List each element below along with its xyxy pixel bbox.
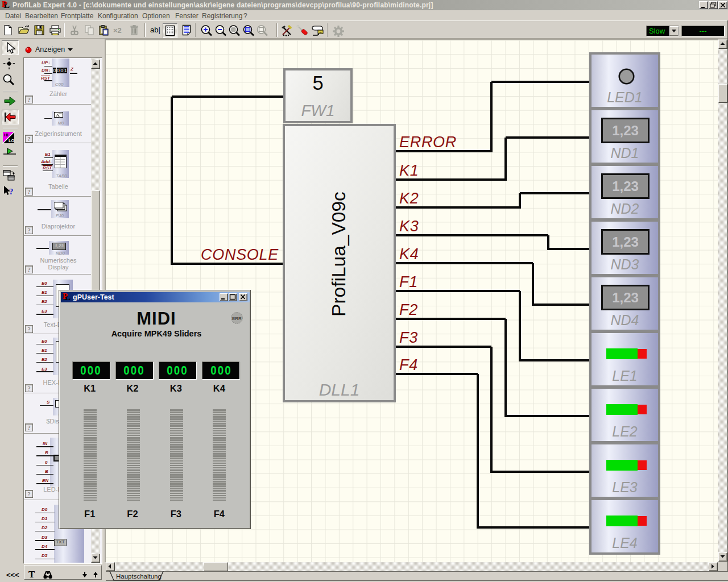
svg-text:?: ?: [9, 187, 14, 196]
svg-text:ERR: ERR: [232, 316, 242, 321]
svg-text:LO: LO: [9, 138, 15, 143]
svg-text:ab|: ab|: [150, 26, 160, 34]
svg-text:×2: ×2: [113, 26, 122, 35]
svg-text:HI: HI: [4, 132, 9, 138]
